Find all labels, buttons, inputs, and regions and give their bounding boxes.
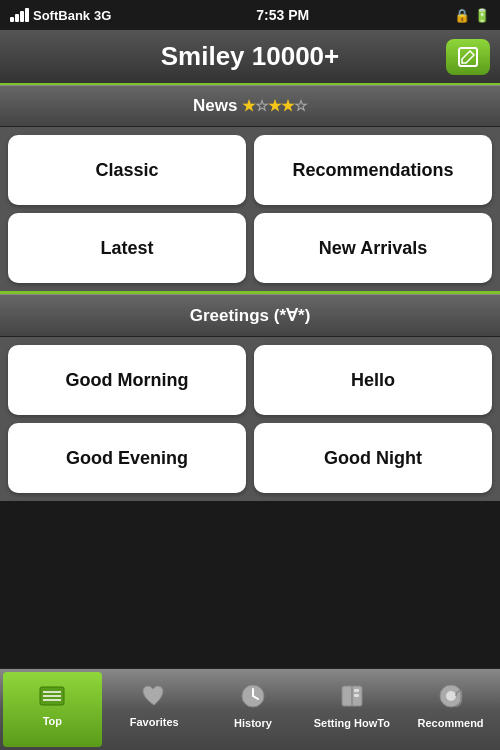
app-header: Smiley 10000+ <box>0 30 500 85</box>
news-label: News ★☆★★☆ <box>193 96 307 115</box>
battery-icon: 🔋 <box>474 8 490 23</box>
main-grid: Classic Recommendations Latest New Arriv… <box>0 127 500 291</box>
new-arrivals-button[interactable]: New Arrivals <box>254 213 492 283</box>
lock-icon: 🔒 <box>454 8 470 23</box>
svg-rect-11 <box>354 694 359 697</box>
status-time: 7:53 PM <box>256 7 309 23</box>
tab-bar: Top Favorites History <box>0 668 500 750</box>
edit-button[interactable] <box>446 39 490 75</box>
recommendations-button[interactable]: Recommendations <box>254 135 492 205</box>
tab-setting-howto-label: Setting HowTo <box>314 717 390 729</box>
carrier-label: SoftBank <box>33 8 90 23</box>
greetings-grid-row-1: Good Morning Hello <box>8 345 492 415</box>
clock-icon <box>240 683 266 713</box>
good-night-button[interactable]: Good Night <box>254 423 492 493</box>
app-title: Smiley 10000+ <box>54 41 446 72</box>
at-icon <box>438 683 464 713</box>
status-left: SoftBank 3G <box>10 8 111 23</box>
signal-bar-2 <box>15 14 19 22</box>
book-icon <box>339 683 365 713</box>
tab-history-label: History <box>234 717 272 729</box>
svg-rect-10 <box>354 689 359 692</box>
greetings-grid-row-2: Good Evening Good Night <box>8 423 492 493</box>
tab-recommend-label: Recommend <box>418 717 484 729</box>
tab-setting-howto[interactable]: Setting HowTo <box>302 669 401 750</box>
good-morning-button[interactable]: Good Morning <box>8 345 246 415</box>
network-label: 3G <box>94 8 111 23</box>
news-section-header: News ★☆★★☆ <box>0 85 500 127</box>
status-bar: SoftBank 3G 7:53 PM 🔒 🔋 <box>0 0 500 30</box>
hello-button[interactable]: Hello <box>254 345 492 415</box>
tab-top-label: Top <box>43 715 62 727</box>
main-grid-row-2: Latest New Arrivals <box>8 213 492 283</box>
signal-bars <box>10 8 29 22</box>
tab-history[interactable]: History <box>204 669 303 750</box>
signal-bar-3 <box>20 11 24 22</box>
signal-bar-1 <box>10 17 14 22</box>
greetings-label: Greetings (*∀*) <box>190 306 311 325</box>
main-grid-row-1: Classic Recommendations <box>8 135 492 205</box>
tab-recommend[interactable]: Recommend <box>401 669 500 750</box>
list-icon <box>38 685 66 711</box>
greetings-grid: Good Morning Hello Good Evening Good Nig… <box>0 337 500 501</box>
tab-top[interactable]: Top <box>3 672 102 747</box>
tab-favorites-label: Favorites <box>130 716 179 728</box>
status-right: 🔒 🔋 <box>454 8 490 23</box>
greetings-section-header: Greetings (*∀*) <box>0 294 500 337</box>
signal-bar-4 <box>25 8 29 22</box>
heart-icon <box>141 684 167 712</box>
svg-point-13 <box>446 691 456 701</box>
latest-button[interactable]: Latest <box>8 213 246 283</box>
classic-button[interactable]: Classic <box>8 135 246 205</box>
tab-favorites[interactable]: Favorites <box>105 669 204 750</box>
good-evening-button[interactable]: Good Evening <box>8 423 246 493</box>
edit-icon <box>457 46 479 68</box>
